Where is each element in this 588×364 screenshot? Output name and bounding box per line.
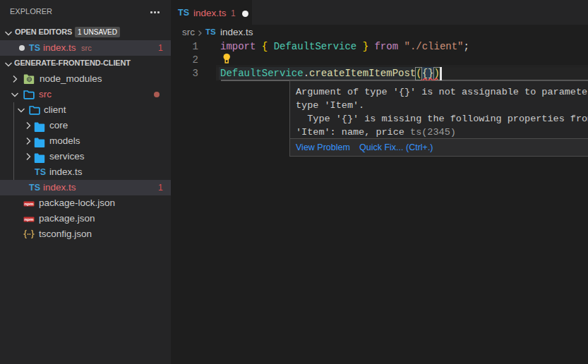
- svg-text:npm: npm: [24, 201, 34, 206]
- svg-text:npm: npm: [24, 217, 34, 222]
